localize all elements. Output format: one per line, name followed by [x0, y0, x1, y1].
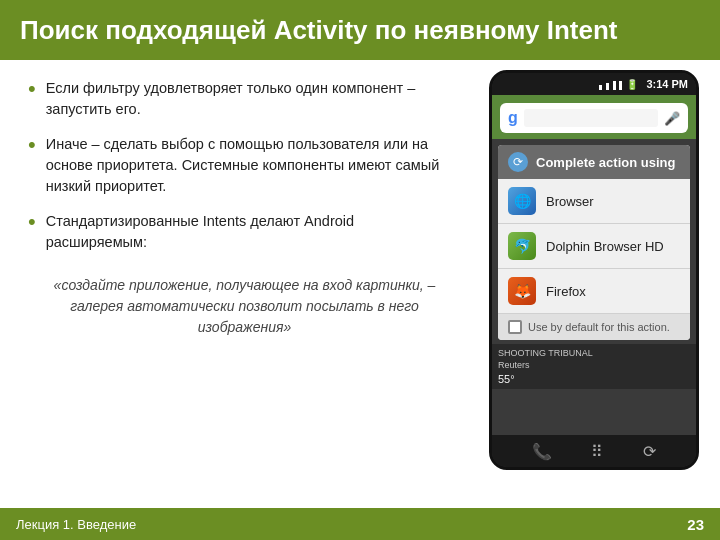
bullet-dot-2: • [28, 132, 36, 158]
browser-label: Browser [546, 194, 594, 209]
footer-label: Лекция 1. Введение [16, 517, 136, 532]
news-text: SHOOTING TRIBUNAL Reuters [498, 348, 690, 371]
bullet-dot-1: • [28, 76, 36, 102]
phone-nav-bar: 📞 ⠿ ⟳ [492, 435, 696, 467]
dolphin-icon: 🐬 [508, 232, 536, 260]
google-input [524, 109, 658, 127]
apps-button[interactable]: ⠿ [591, 442, 603, 461]
bullet-text-3: Стандартизированные Intents делают Andro… [46, 211, 456, 253]
complete-action-dialog: ⟳ Complete action using 🌐 Browser [498, 145, 690, 340]
dialog-footer: Use by default for this action. [498, 314, 690, 340]
phone-mockup: 🔋 3:14 PM g 🎤 [489, 70, 699, 470]
default-label: Use by default for this action. [528, 321, 670, 333]
dialog-header-icon: ⟳ [508, 152, 528, 172]
slide: Поиск подходящей Activity по неявному In… [0, 0, 720, 540]
bullet-dot-3: • [28, 209, 36, 235]
back-button[interactable]: ⟳ [643, 442, 656, 461]
browser-icon: 🌐 [508, 187, 536, 215]
phone-status-bar: 🔋 3:14 PM [492, 73, 696, 95]
slide-header: Поиск подходящей Activity по неявному In… [0, 0, 720, 60]
temperature-text: 55° [498, 373, 690, 385]
slide-footer: Лекция 1. Введение 23 [0, 508, 720, 540]
google-logo: g [508, 109, 518, 127]
bullet-2: • Иначе – сделать выбор с помощью пользо… [28, 134, 456, 197]
microphone-icon: 🎤 [664, 111, 680, 126]
google-search-bar: g 🎤 [500, 103, 688, 133]
firefox-label: Firefox [546, 284, 586, 299]
phone-news-area: SHOOTING TRIBUNAL Reuters 55° [492, 344, 696, 389]
status-time: 3:14 PM [646, 78, 688, 90]
phone-top-bg: g 🎤 [492, 95, 696, 139]
call-button[interactable]: 📞 [532, 442, 552, 461]
bullet-text-1: Если фильтру удовлетворяет только один к… [46, 78, 456, 120]
dialog-header: ⟳ Complete action using [498, 145, 690, 179]
android-icon: ⟳ [513, 155, 523, 169]
firefox-icon: 🦊 [508, 277, 536, 305]
quote-text: «создайте приложение, получающее на вход… [33, 275, 456, 338]
status-icons: 🔋 3:14 PM [598, 78, 688, 90]
dialog-option-browser[interactable]: 🌐 Browser [498, 179, 690, 224]
dialog-option-firefox[interactable]: 🦊 Firefox [498, 269, 690, 314]
bullet-3: • Стандартизированные Intents делают And… [28, 211, 456, 253]
slide-content: • Если фильтру удовлетворяет только один… [0, 60, 720, 508]
dolphin-label: Dolphin Browser HD [546, 239, 664, 254]
page-title: Поиск подходящей Activity по неявному In… [20, 15, 617, 46]
phone-screen: g 🎤 ⟳ Complete action using [492, 95, 696, 435]
signal-icon [598, 79, 622, 90]
default-checkbox[interactable] [508, 320, 522, 334]
battery-icon: 🔋 [626, 79, 638, 90]
text-area: • Если фильтру удовлетворяет только один… [0, 60, 480, 508]
phone-area: 🔋 3:14 PM g 🎤 [480, 60, 720, 508]
bullet-1: • Если фильтру удовлетворяет только один… [28, 78, 456, 120]
dialog-option-dolphin[interactable]: 🐬 Dolphin Browser HD [498, 224, 690, 269]
bullet-text-2: Иначе – сделать выбор с помощью пользова… [46, 134, 456, 197]
dialog-header-text: Complete action using [536, 155, 675, 170]
footer-page: 23 [687, 516, 704, 533]
